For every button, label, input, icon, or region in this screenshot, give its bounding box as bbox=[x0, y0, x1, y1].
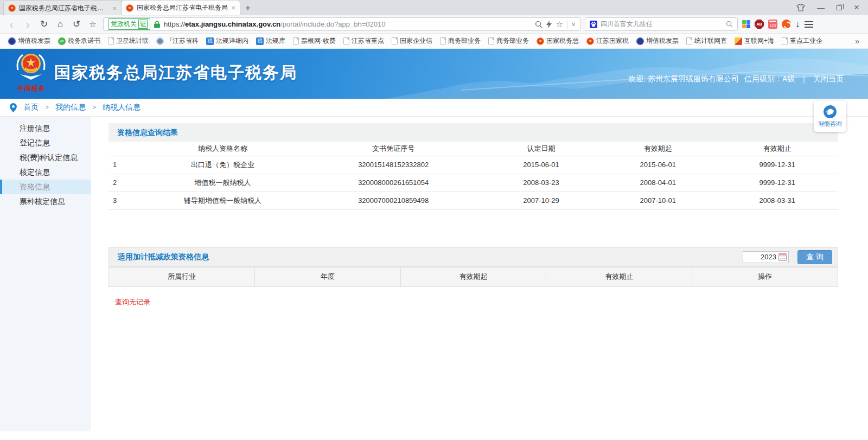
page-icon bbox=[392, 37, 398, 44]
table-row: 1 出口退（免）税企业 320015148152332802 2015-06-0… bbox=[108, 156, 838, 174]
page-icon bbox=[686, 37, 692, 44]
new-tab-button[interactable]: + bbox=[240, 1, 256, 15]
tab-close-icon[interactable]: × bbox=[231, 4, 235, 12]
breadcrumb-separator: > bbox=[92, 104, 96, 111]
search-icon[interactable] bbox=[726, 21, 733, 28]
sidebar-item-verification[interactable]: 核定信息 bbox=[0, 165, 91, 180]
cell-qualification-name: 出口退（免）税企业 bbox=[142, 156, 304, 174]
sidebar-item-registration[interactable]: 注册信息 bbox=[0, 121, 91, 136]
cell-valid-from: 2008-04-01 bbox=[599, 174, 716, 192]
download-icon[interactable]: ↓ bbox=[795, 18, 800, 30]
location-pin-icon bbox=[10, 103, 17, 112]
bookmark-item[interactable]: 增值税发票 bbox=[633, 35, 682, 47]
bookmark-item[interactable]: 税法规详细内 bbox=[202, 35, 252, 47]
cell-qualification-name: 增值税一般纳税人 bbox=[142, 174, 304, 192]
tax-emblem-favicon: ★ bbox=[8, 4, 16, 12]
bookmark-item[interactable]: 增值税发票 bbox=[4, 35, 54, 47]
breadcrumb-home[interactable]: 首页 bbox=[23, 103, 39, 112]
forward-button[interactable]: › bbox=[22, 19, 34, 30]
favorite-star-icon[interactable]: ☆ bbox=[556, 20, 563, 29]
bookmark-item[interactable]: 重点工业企 bbox=[778, 35, 826, 47]
browser-tab-active[interactable]: ★ 国家税务总局江苏省电子税务局 × bbox=[122, 1, 240, 15]
smart-consult-button[interactable]: 智能咨询 bbox=[814, 101, 846, 132]
sidebar-item-invoice-type[interactable]: 票种核定信息 bbox=[0, 194, 91, 209]
search-box[interactable]: 四川首富女儿接任 bbox=[585, 17, 738, 31]
divider: ｜ bbox=[800, 74, 808, 84]
welcome-text: 欢迎, 苏州东展羽绒服饰有限公司 bbox=[628, 74, 739, 84]
sidebar-item-registry[interactable]: 登记信息 bbox=[0, 136, 91, 150]
bookmarks-overflow-icon[interactable]: » bbox=[851, 37, 864, 46]
bookmark-item[interactable]: ★国家税务总 bbox=[533, 35, 583, 47]
page-icon bbox=[108, 37, 114, 44]
query-button[interactable]: 查 询 bbox=[797, 250, 832, 264]
undo-button[interactable]: ↺ bbox=[71, 20, 82, 29]
minimize-button[interactable]: — bbox=[817, 3, 825, 12]
url-text[interactable]: https://etax.jiangsu.chinatax.gov.cn/por… bbox=[164, 20, 531, 28]
menu-icon[interactable] bbox=[805, 21, 813, 28]
bookmark-item[interactable]: ★江苏国家税 bbox=[583, 35, 633, 47]
breadcrumb-my-info[interactable]: 我的信息 bbox=[55, 103, 86, 112]
apps-grid-icon[interactable] bbox=[742, 20, 750, 28]
sidebar-item-qualification[interactable]: 资格信息 bbox=[0, 180, 91, 194]
close-window-button[interactable]: × bbox=[854, 2, 859, 13]
page-icon bbox=[488, 37, 494, 44]
colorful-icon bbox=[735, 37, 742, 45]
qualification-table: 纳税人资格名称 文书凭证序号 认定日期 有效期起 有效期止 1 出口退（免）税企… bbox=[108, 142, 838, 210]
bookmark-item[interactable]: in税务承诺书 bbox=[54, 35, 104, 47]
col-valid-to: 有效期止 bbox=[546, 267, 692, 286]
cell-confirm-date: 2007-10-29 bbox=[483, 192, 599, 209]
divider bbox=[567, 20, 567, 29]
gov-verification-badge: 党政机关 证 bbox=[108, 18, 150, 30]
browser-skin-icon[interactable] bbox=[796, 4, 805, 12]
col-index bbox=[108, 142, 142, 156]
tax-square-icon: 税 bbox=[256, 37, 264, 45]
calendar-icon[interactable] bbox=[778, 253, 787, 261]
lightning-extension-icon[interactable] bbox=[546, 21, 552, 28]
cell-document-serial: 320007000210859498 bbox=[304, 192, 483, 209]
year-value[interactable]: 2023 bbox=[746, 253, 776, 261]
sidebar-item-tax-type[interactable]: 税(费)种认定信息 bbox=[0, 150, 91, 165]
chevron-down-icon[interactable]: ∨ bbox=[571, 21, 576, 28]
bookmark-item[interactable]: 票根网-收费 bbox=[289, 35, 340, 47]
bookmark-item[interactable]: 『江苏省科 bbox=[152, 35, 202, 47]
page-icon bbox=[782, 37, 788, 44]
col-document-serial: 文书凭证序号 bbox=[304, 142, 483, 156]
back-button[interactable]: ‹ bbox=[5, 19, 17, 30]
calendar-extension-icon[interactable]: 123 bbox=[768, 20, 777, 29]
row-index: 3 bbox=[108, 192, 142, 209]
deduction-section: 适用加计抵减政策资格信息 2023 查 询 所属行业 年度 有效期起 有效期止 … bbox=[108, 247, 838, 307]
bookmark-item[interactable]: 税法规库 bbox=[252, 35, 289, 47]
bookmark-item[interactable]: 商务部业务 bbox=[484, 35, 533, 47]
year-input[interactable]: 2023 bbox=[743, 251, 789, 263]
cell-confirm-date: 2008-03-23 bbox=[483, 174, 599, 192]
refresh-button[interactable]: ↻ bbox=[38, 20, 50, 29]
zoom-search-icon[interactable] bbox=[535, 21, 542, 28]
tab-close-icon[interactable]: × bbox=[112, 4, 117, 12]
browser-tab[interactable]: ★ 国家税务总局江苏省电子税务局 × bbox=[3, 1, 122, 15]
cell-document-serial: 320008000261651054 bbox=[304, 174, 483, 192]
bookmark-item[interactable]: 商务部业务 bbox=[436, 35, 484, 47]
address-bar[interactable]: 党政机关 证 https://etax.jiangsu.chinatax.gov… bbox=[103, 17, 580, 31]
national-tax-emblem bbox=[14, 52, 48, 83]
browser-wheel-icon[interactable] bbox=[782, 20, 791, 29]
credit-rating: 信用级别：A级 bbox=[744, 74, 795, 84]
tax-square-icon: 税 bbox=[206, 37, 214, 45]
search-input[interactable]: 四川首富女儿接任 bbox=[601, 20, 723, 29]
no-records-message: 查询无记录 bbox=[108, 297, 838, 307]
cell-valid-from: 2007-10-01 bbox=[599, 192, 716, 209]
bookmark-item[interactable]: 江苏省重点 bbox=[340, 35, 388, 47]
bookmark-item[interactable]: 卫星统计联 bbox=[104, 35, 152, 47]
page-icon bbox=[343, 37, 349, 44]
restore-button[interactable] bbox=[837, 5, 842, 10]
close-page-link[interactable]: 关闭当页 bbox=[813, 74, 844, 84]
bookmark-item[interactable]: 互联网+海 bbox=[731, 35, 778, 47]
bookmark-item[interactable]: 统计联网直 bbox=[682, 35, 731, 47]
ssl-lock-icon bbox=[154, 21, 160, 28]
invoice-circle-icon bbox=[636, 37, 644, 45]
bookmark-item[interactable]: 国家企业信 bbox=[388, 35, 436, 47]
bookmark-star-icon[interactable]: ☆ bbox=[87, 20, 99, 28]
deduction-section-title: 适用加计抵减政策资格信息 bbox=[118, 252, 743, 262]
adblock-icon[interactable]: AB bbox=[755, 20, 764, 29]
home-button[interactable]: ⌂ bbox=[54, 20, 66, 29]
breadcrumb-taxpayer-info[interactable]: 纳税人信息 bbox=[103, 103, 141, 112]
